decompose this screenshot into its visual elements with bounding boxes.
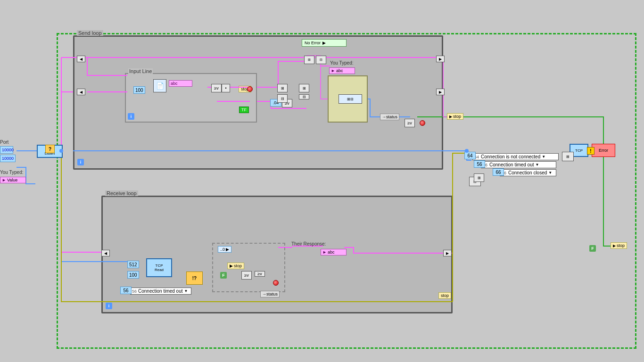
num-56-const[interactable]: 56 bbox=[474, 160, 485, 168]
compare-block-3[interactable]: ≥v bbox=[405, 119, 415, 127]
dropdown-timed-out-receive[interactable]: 56 Connection timed out bbox=[130, 288, 191, 295]
compare-block[interactable]: ≥v bbox=[211, 84, 222, 92]
block-diagram-canvas: Send loop i Receive loop i Input Line i … bbox=[0, 0, 644, 362]
port-text-label: Port bbox=[0, 140, 8, 145]
you-typed-label-left: You Typed: bbox=[0, 170, 24, 175]
shift-reg-mid-right: ▶ bbox=[436, 89, 445, 95]
num-56-receive[interactable]: 56 bbox=[120, 287, 132, 294]
junction-blue-1 bbox=[59, 149, 63, 153]
their-response-label: Their Response: bbox=[291, 241, 326, 247]
dot-zero-indicator: ..0 ▶ bbox=[218, 246, 231, 253]
dropdown-connection-not-connected[interactable]: 64 Connection is not connected bbox=[472, 153, 559, 160]
icon-block-1[interactable]: ⊞ bbox=[304, 56, 314, 64]
case-icon-block[interactable]: ⊞⊟ bbox=[339, 94, 362, 104]
num-66-const[interactable]: 66 bbox=[493, 168, 504, 176]
file-icon-block[interactable]: 📄 bbox=[153, 79, 166, 92]
num-64-const[interactable]: 64 bbox=[464, 152, 476, 159]
stop-button-receive[interactable]: ▶ stop bbox=[611, 242, 627, 249]
junction-blue-2 bbox=[465, 149, 469, 153]
shift-reg-recv-left: ◀ bbox=[101, 250, 110, 256]
compare-inner-2[interactable]: ≥v bbox=[255, 271, 265, 277]
status-label-receive: → status bbox=[260, 291, 280, 297]
stop-led-outer bbox=[420, 120, 425, 126]
status-label-send: → status bbox=[380, 114, 399, 120]
help-icon[interactable]: ? bbox=[45, 145, 55, 153]
input-line-label: Input Line bbox=[128, 68, 153, 74]
shift-reg-top-left: ◀ bbox=[77, 56, 85, 62]
icon-top-right-2[interactable]: ⊟ bbox=[277, 94, 288, 103]
you-typed-value-right: ► abc bbox=[329, 67, 355, 74]
num-512-const[interactable]: 512 bbox=[127, 261, 139, 268]
num-100-const[interactable]: 100 bbox=[133, 86, 145, 94]
compare-inner[interactable]: ≥v bbox=[241, 271, 252, 280]
shift-reg-recv-right: ▶ bbox=[443, 250, 452, 256]
f-badge-receive: F bbox=[589, 245, 596, 252]
receive-loop-label: Receive loop bbox=[105, 190, 138, 196]
no-error-bar: No Error ▶ bbox=[302, 39, 347, 47]
receive-inner-loop: ..0 ▶ ▶stop F ≥v ≥v bbox=[212, 243, 285, 292]
send-loop-info-badge: i bbox=[77, 159, 84, 165]
stop-inner[interactable]: ▶stop bbox=[227, 263, 244, 269]
icon-top-right-4[interactable]: ⊟ bbox=[299, 94, 309, 99]
stop-button-send[interactable]: ▶ stop bbox=[447, 113, 463, 120]
receive-loop-info-badge: i bbox=[106, 303, 112, 309]
their-response-value: ► abc bbox=[321, 249, 347, 255]
port-number-const[interactable]: 10000 bbox=[0, 155, 16, 162]
shift-reg-mid-left: ◀ bbox=[77, 89, 85, 95]
num-100-receive[interactable]: 100 bbox=[127, 271, 139, 279]
icon-block-2[interactable]: ⊟ bbox=[316, 56, 326, 64]
shift-reg-top-right: ▶ bbox=[436, 56, 445, 62]
tcp-read-block[interactable]: TCPRead bbox=[146, 258, 172, 277]
wire-node-1: • bbox=[222, 84, 230, 92]
stop-led-send bbox=[247, 86, 253, 92]
tf-block: TF bbox=[239, 107, 249, 113]
icon-cluster-1[interactable]: ⊞ bbox=[474, 173, 484, 182]
port-value[interactable]: 10000 bbox=[0, 146, 13, 154]
icon-right-1[interactable]: ⊞ bbox=[562, 152, 574, 161]
abc-string-indicator: abc bbox=[169, 80, 192, 87]
stop-indicator-receive: stop bbox=[438, 292, 451, 299]
error-out-block: Error bbox=[592, 144, 615, 157]
error-question-receive[interactable]: !? bbox=[186, 272, 203, 285]
dropdown-connection-closed[interactable]: 66 Connection closed bbox=[500, 169, 556, 176]
led-inner bbox=[273, 280, 279, 286]
icon-top-right-3[interactable]: ⊞ bbox=[299, 84, 309, 92]
you-typed-value-left: ► Value bbox=[0, 177, 26, 183]
error-bang: ! bbox=[587, 147, 594, 155]
icon-top-right-1[interactable]: ⊞ bbox=[277, 84, 288, 92]
f-badge-inner: F bbox=[220, 272, 227, 279]
dropdown-connection-timed-out[interactable]: 56 Connection timed out bbox=[481, 161, 556, 168]
you-typed-label-right: You Typed: bbox=[330, 60, 354, 66]
input-line-info-badge: i bbox=[128, 113, 134, 120]
send-loop-label: Send loop bbox=[77, 30, 103, 36]
